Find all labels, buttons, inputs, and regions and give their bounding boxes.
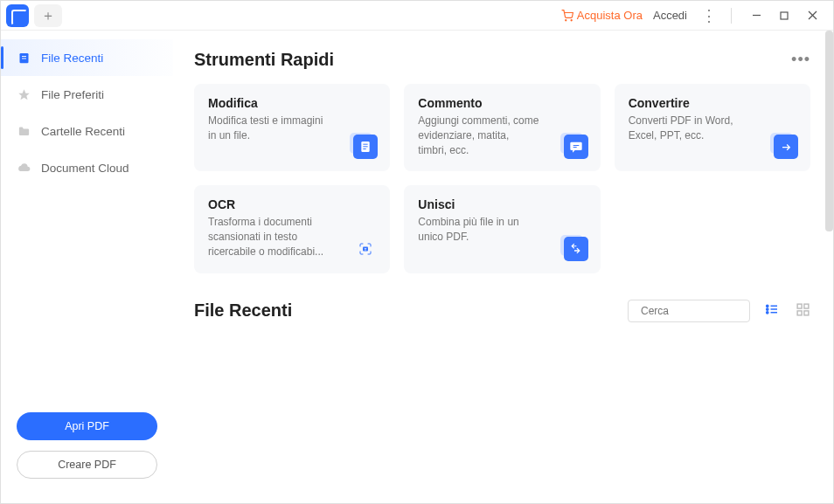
search-input[interactable] [641, 305, 772, 317]
sidebar-item-recent-folders[interactable]: Cartelle Recenti [1, 113, 173, 149]
create-pdf-button[interactable]: Creare PDF [17, 451, 157, 479]
more-menu-icon[interactable]: ⋮ [698, 8, 720, 24]
card-desc: Combina più file in un unico PDF. [418, 215, 540, 245]
close-button[interactable] [798, 1, 826, 31]
svg-point-0 [565, 19, 566, 20]
card-desc: Modifica testi e immagini in un file. [208, 114, 330, 143]
top-right-controls: Acquista Ora Accedi ⋮ [561, 1, 833, 31]
svg-point-24 [767, 312, 768, 314]
main-panel: Strumenti Rapidi ••• Modifica Modifica t… [173, 31, 833, 503]
convert-icon [774, 135, 798, 159]
sidebar-item-label: File Preferiti [41, 88, 104, 101]
sidebar-item-recent-files[interactable]: File Recenti [1, 39, 173, 76]
svg-rect-8 [22, 58, 26, 59]
sidebar: File Recenti File Preferiti Cartelle Rec… [1, 31, 173, 503]
new-tab-icon[interactable]: ＋ [41, 9, 55, 23]
divider [731, 8, 732, 24]
titlebar: ＋ Acquista Ora Accedi ⋮ [1, 1, 833, 31]
doc-list-icon [17, 51, 31, 65]
edit-icon [353, 135, 378, 159]
svg-rect-26 [797, 304, 802, 308]
recent-files-title: File Recenti [194, 300, 292, 321]
svg-rect-27 [804, 304, 809, 308]
comment-icon [564, 135, 588, 159]
svg-marker-9 [18, 89, 30, 100]
card-merge[interactable]: Unisci Combina più file in un unico PDF. [404, 185, 600, 273]
svg-rect-12 [364, 147, 368, 148]
buy-now-label: Acquista Ora [577, 9, 643, 22]
cloud-icon [17, 161, 31, 175]
card-convert[interactable]: Convertire Converti PDF in Word, Excel, … [615, 84, 810, 171]
sidebar-item-label: Cartelle Recenti [41, 125, 125, 138]
open-pdf-button[interactable]: Apri PDF [17, 412, 157, 440]
svg-rect-15 [573, 147, 576, 148]
card-title: Unisci [418, 197, 587, 211]
sidebar-item-favorites[interactable]: File Preferiti [1, 76, 173, 113]
sidebar-item-label: File Recenti [41, 52, 103, 65]
quick-tools-title: Strumenti Rapidi [194, 50, 334, 70]
tab-area: ＋ [34, 4, 62, 27]
ocr-icon: T [353, 237, 378, 261]
svg-rect-29 [804, 311, 809, 315]
maximize-button[interactable] [770, 1, 798, 31]
login-link[interactable]: Accedi [653, 9, 687, 22]
grid-view-toggle[interactable] [796, 302, 810, 320]
create-pdf-label: Creare PDF [58, 459, 116, 471]
svg-rect-3 [781, 12, 788, 19]
card-title: Commento [418, 96, 587, 110]
merge-icon [564, 237, 588, 261]
card-desc: Converti PDF in Word, Excel, PPT, ecc. [629, 114, 751, 143]
card-title: Modifica [208, 96, 378, 110]
svg-rect-11 [364, 144, 368, 145]
card-edit[interactable]: Modifica Modifica testi e immagini in un… [194, 84, 390, 171]
svg-rect-14 [573, 145, 579, 146]
svg-rect-13 [364, 148, 366, 149]
svg-point-20 [767, 305, 768, 307]
minimize-button[interactable] [742, 1, 770, 31]
search-box[interactable] [628, 300, 750, 322]
svg-point-1 [571, 19, 572, 20]
open-pdf-label: Apri PDF [65, 420, 109, 432]
svg-point-22 [767, 308, 768, 310]
card-ocr[interactable]: OCR Trasforma i documenti scansionati in… [194, 185, 390, 273]
svg-rect-28 [797, 311, 802, 315]
more-icon[interactable]: ••• [791, 51, 810, 69]
card-desc: Trasforma i documenti scansionati in tes… [208, 215, 330, 259]
list-view-toggle[interactable] [764, 301, 780, 320]
card-title: OCR [208, 197, 378, 211]
app-logo[interactable] [6, 4, 29, 27]
scrollbar[interactable] [825, 31, 833, 231]
card-comment[interactable]: Commento Aggiungi commenti, come evidenz… [404, 84, 600, 171]
sidebar-item-label: Document Cloud [41, 162, 129, 175]
window-controls [742, 1, 826, 31]
buy-now-link[interactable]: Acquista Ora [561, 9, 643, 22]
card-desc: Aggiungi commenti, come evidenziare, mat… [418, 114, 540, 157]
star-icon [17, 87, 31, 101]
svg-rect-7 [22, 56, 26, 57]
cart-icon [561, 10, 573, 22]
folder-icon [17, 124, 31, 138]
card-title: Convertire [629, 96, 798, 110]
sidebar-item-cloud[interactable]: Document Cloud [1, 149, 173, 186]
